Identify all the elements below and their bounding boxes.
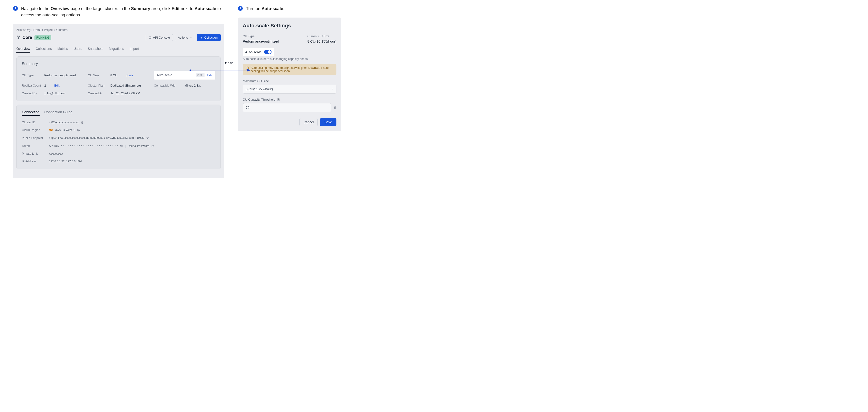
copy-icon[interactable] (120, 144, 123, 148)
summary-card: Summary CU TypePerformance-optimized CU … (17, 57, 221, 101)
summary-title: Summary (22, 62, 215, 66)
settings-cu-type-value: Performance-optimized (243, 39, 279, 43)
copy-icon[interactable] (146, 136, 150, 140)
conn-tab-guide[interactable]: Connection Guide (44, 110, 72, 116)
autoscale-warning: Auto-scaling may lead to slight service … (243, 64, 336, 75)
chevron-down-icon (189, 36, 192, 39)
plan-label: Cluster Plan (88, 84, 107, 87)
createdby-value: zilliz@zilliz.com (44, 92, 65, 95)
warning-icon (246, 66, 249, 70)
autoscale-toggle-row: Auto-scale (243, 48, 274, 56)
svg-line-4 (19, 36, 19, 38)
max-cu-label: Maximum CU Size (243, 79, 336, 83)
cu-size-label: CU Size (88, 73, 107, 77)
svg-rect-5 (149, 37, 151, 38)
aws-icon: aws (49, 129, 54, 131)
cu-type-label: CU Type (22, 73, 41, 77)
autoscale-label: Auto-scale (157, 73, 172, 77)
compat-label: Compatible With (154, 84, 176, 87)
info-icon[interactable]: i (277, 98, 280, 101)
plan-value: Dedicated (Enterprise) (110, 84, 141, 87)
apikey-mask: • • • • • • • • • • • • • • • • • • • • … (61, 144, 118, 148)
tab-metrics[interactable]: Metrics (57, 45, 68, 53)
breadcrumb-clusters[interactable]: Clusters (56, 28, 67, 32)
scale-link[interactable]: Scale (126, 73, 133, 77)
copy-icon[interactable] (80, 121, 84, 124)
svg-point-2 (18, 38, 19, 39)
createdat-value: Jan 23, 2024 2:08 PM (110, 92, 140, 95)
threshold-input[interactable] (243, 103, 331, 112)
autoscale-settings-panel: Auto-scale Settings CU Type Performance-… (238, 18, 341, 131)
connection-card: Connection Connection Guide Cluster ID i… (17, 105, 221, 169)
createdby-label: Created By (22, 92, 41, 95)
conn-tab-connection[interactable]: Connection (22, 110, 40, 116)
breadcrumb: Zilliz's Org›Default Project›Clusters (17, 28, 221, 32)
ip-label: IP Address (22, 160, 45, 163)
cu-size-value: 8 CU (110, 73, 117, 77)
autoscale-helper: Auto-scale cluster to suit changing capa… (243, 57, 336, 61)
settings-current-label: Current CU Size (307, 34, 336, 38)
step-badge-1: 1 (13, 6, 18, 11)
api-console-button[interactable]: API Console (146, 34, 173, 41)
replica-edit-link[interactable]: Edit (54, 84, 59, 87)
tab-import[interactable]: Import (129, 45, 139, 53)
compat-value: Milvus 2.3.x (185, 84, 201, 87)
token-label: Token (22, 144, 45, 148)
threshold-label: CU Capacity Threshold i (243, 98, 336, 101)
user-password-link[interactable]: User & Password (128, 144, 150, 148)
svg-line-3 (18, 36, 18, 38)
autoscale-toggle[interactable] (264, 50, 272, 54)
tab-collections[interactable]: Collections (36, 45, 52, 53)
percent-label: % (334, 106, 336, 109)
ip-value: 127.0.0.1/32, 127.0.0.1/24 (49, 160, 82, 163)
main-tabs: Overview Collections Metrics Users Snaps… (17, 45, 221, 53)
tab-users[interactable]: Users (73, 45, 82, 53)
copy-icon[interactable] (77, 129, 80, 132)
private-link-value: xxxxxxxxxx (49, 152, 63, 156)
autoscale-edit-link[interactable]: Edit (207, 73, 213, 77)
tab-snapshots[interactable]: Snapshots (88, 45, 103, 53)
region-label: Cloud Region (22, 128, 45, 132)
replica-value: 2 (44, 84, 46, 87)
step-1-text: Navigate to the Overview page of the tar… (21, 6, 224, 18)
open-label: Open (225, 61, 233, 65)
step-2-text: Turn on Auto-scale. (246, 6, 284, 12)
settings-title: Auto-scale Settings (243, 23, 336, 29)
cluster-icon (17, 35, 20, 40)
autoscale-off-pill: OFF (196, 73, 205, 77)
replica-label: Replica Count (22, 84, 41, 87)
save-button[interactable]: Save (320, 118, 336, 126)
cluster-id-value: in02-xxxxxxxxxxxxxxx (49, 121, 79, 124)
region-value: aws-us-west-1 (55, 128, 75, 132)
status-badge: RUNNING (34, 35, 51, 40)
apikey-label: API Key (49, 144, 59, 148)
cancel-button[interactable]: Cancel (300, 118, 318, 126)
max-cu-select[interactable]: 8 CU($1.272/hour) (243, 85, 336, 94)
cluster-overview-window: Zilliz's Org›Default Project›Clusters Co… (13, 24, 224, 178)
settings-current-value: 8 CU($0.155/hour) (307, 39, 336, 43)
cluster-id-label: Cluster ID (22, 121, 45, 124)
settings-cu-type-label: CU Type (243, 34, 279, 38)
cluster-name: Core (23, 35, 32, 40)
autoscale-row: Auto-scale OFF Edit (154, 71, 215, 79)
caret-down-icon (331, 88, 333, 90)
cu-type-value: Performance-optimized (44, 73, 76, 77)
breadcrumb-org[interactable]: Zilliz's Org (17, 28, 30, 32)
private-link-label: Private Link (22, 152, 45, 156)
breadcrumb-project[interactable]: Default Project (33, 28, 54, 32)
tab-overview[interactable]: Overview (17, 45, 30, 53)
plus-icon (200, 36, 203, 39)
actions-button[interactable]: Actions (175, 34, 195, 41)
autoscale-toggle-label: Auto-scale (245, 50, 262, 54)
svg-marker-20 (332, 89, 333, 90)
endpoint-value: https:// in01-xxxxxxxxxxxxxxx.ap-southea… (49, 136, 144, 140)
add-collection-button[interactable]: Collection (197, 34, 221, 41)
createdat-label: Created At (88, 92, 107, 95)
step-badge-2: 2 (238, 6, 243, 11)
tab-migrations[interactable]: Migrations (109, 45, 124, 53)
endpoint-label: Public Endpoint (22, 136, 45, 140)
external-link-icon (151, 145, 154, 147)
